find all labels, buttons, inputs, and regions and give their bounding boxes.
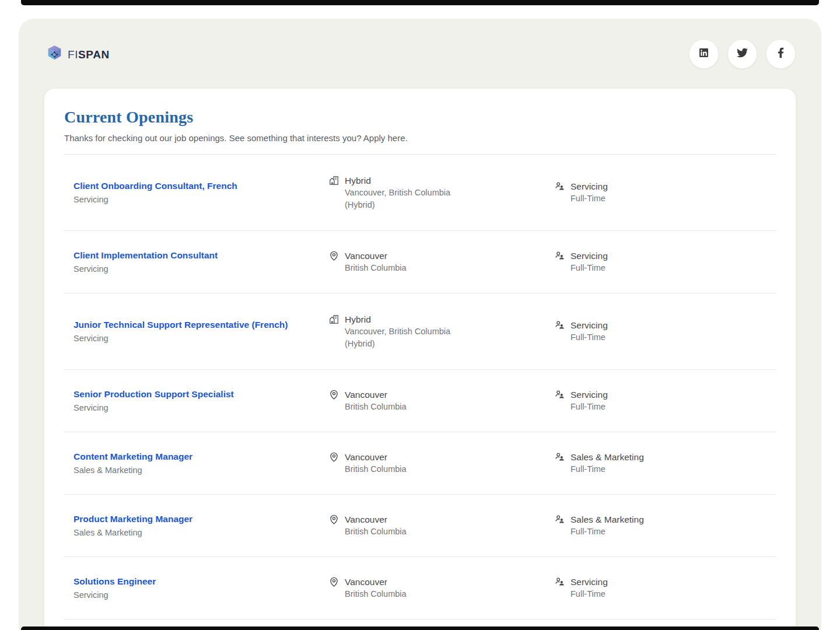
meta-secondary-text: Vancouver, British Columbia — [345, 187, 450, 199]
meta-secondary-text: British Columbia — [345, 526, 407, 538]
job-main-col: Solutions Engineer Servicing — [74, 576, 328, 601]
job-department-label: Sales & Marketing — [74, 527, 328, 538]
job-team: ServicingFull-Time — [554, 250, 776, 274]
meta-secondary-text: Full-Time — [570, 588, 608, 600]
job-row: Senior Production Support Specialist Ser… — [64, 370, 776, 432]
meta-primary-text: Vancouver — [345, 513, 407, 526]
job-team: ServicingFull-Time — [554, 319, 776, 344]
social-buttons — [689, 39, 796, 69]
job-row: Content Marketing Manager Sales & Market… — [64, 432, 776, 495]
meta-primary-text: Vancouver — [345, 250, 407, 262]
meta-secondary-text: Full-Time — [570, 401, 608, 413]
meta-secondary-text: British Columbia — [345, 463, 407, 475]
meta-primary-text: Hybrid — [345, 174, 450, 187]
job-main-col: Content Marketing Manager Sales & Market… — [74, 451, 328, 476]
hybrid-home-office-icon — [328, 314, 340, 325]
job-title-link[interactable]: Client Implementation Consultant — [74, 250, 218, 261]
job-main-col: Junior Technical Support Representative … — [74, 319, 328, 344]
job-team: Sales & MarketingFull-Time — [554, 513, 776, 538]
fispan-cube-icon — [46, 44, 64, 64]
job-row: Client Onboarding Consultant, French Ser… — [64, 155, 776, 231]
job-team: ServicingFull-Time — [554, 388, 776, 413]
team-people-icon — [554, 452, 565, 463]
meta-primary-text: Servicing — [570, 576, 608, 588]
job-row: Solutions Engineer Servicing VancouverBr… — [64, 557, 776, 620]
job-location: VancouverBritish Columbia — [328, 576, 554, 600]
job-row: Client Implementation Consultant Servici… — [64, 231, 776, 293]
meta-secondary-text: (Hybrid) — [345, 338, 450, 350]
meta-secondary-text: Full-Time — [570, 331, 608, 344]
meta-primary-text: Servicing — [570, 388, 608, 401]
page-title: Current Openings — [64, 108, 776, 127]
meta-secondary-text: Full-Time — [570, 192, 608, 205]
job-title-link[interactable]: Junior Technical Support Representative … — [74, 319, 288, 331]
job-location: VancouverBritish Columbia — [328, 513, 554, 538]
meta-secondary-text: British Columbia — [345, 401, 407, 413]
site-header: FISPAN — [19, 19, 821, 89]
page-surface: FISPAN Current Openings Thanks — [19, 19, 821, 630]
meta-secondary-text: Full-Time — [570, 463, 644, 475]
team-people-icon — [554, 181, 565, 192]
job-row: Junior Technical Support Representative … — [64, 293, 776, 370]
job-department-label: Sales & Marketing — [74, 465, 328, 476]
job-team: Sales & MarketingFull-Time — [554, 451, 776, 475]
job-title-link[interactable]: Solutions Engineer — [74, 576, 156, 587]
job-location: VancouverBritish Columbia — [328, 388, 554, 413]
page-subtitle: Thanks for checking out our job openings… — [64, 133, 776, 143]
window-frame-bottom-bar — [21, 626, 819, 630]
meta-primary-text: Sales & Marketing — [570, 451, 644, 463]
job-location: HybridVancouver, British Columbia(Hybrid… — [328, 313, 554, 350]
location-pin-icon — [328, 250, 340, 261]
location-pin-icon — [328, 389, 340, 400]
team-people-icon — [554, 250, 565, 261]
meta-primary-text: Sales & Marketing — [570, 513, 644, 526]
team-people-icon — [554, 576, 565, 587]
job-main-col: Senior Production Support Specialist Ser… — [74, 388, 328, 414]
meta-primary-text: Vancouver — [345, 451, 407, 463]
meta-primary-text: Hybrid — [345, 313, 450, 326]
meta-secondary-text: (Hybrid) — [345, 199, 450, 211]
job-title-link[interactable]: Product Marketing Manager — [74, 513, 192, 525]
window-frame-top-bar — [21, 0, 819, 5]
location-pin-icon — [328, 514, 340, 525]
job-title-link[interactable]: Senior Production Support Specialist — [74, 388, 234, 400]
team-people-icon — [554, 389, 565, 400]
job-title-link[interactable]: Content Marketing Manager — [74, 451, 192, 463]
meta-primary-text: Servicing — [570, 319, 608, 331]
job-department-label: Servicing — [74, 264, 328, 275]
job-main-col: Product Marketing Manager Sales & Market… — [74, 513, 328, 538]
team-people-icon — [554, 514, 565, 525]
job-location: HybridVancouver, British Columbia(Hybrid… — [328, 174, 554, 211]
job-department-label: Servicing — [74, 194, 328, 205]
facebook-icon — [778, 47, 784, 61]
job-department-label: Servicing — [74, 333, 328, 344]
location-pin-icon — [328, 576, 340, 587]
meta-primary-text: Vancouver — [345, 576, 407, 588]
facebook-button[interactable] — [766, 39, 796, 69]
twitter-icon — [737, 47, 748, 61]
job-location: VancouverBritish Columbia — [328, 250, 554, 274]
job-main-col: Client Onboarding Consultant, French Ser… — [74, 180, 328, 205]
meta-secondary-text: British Columbia — [345, 588, 407, 600]
location-pin-icon — [328, 452, 340, 463]
twitter-button[interactable] — [727, 39, 757, 69]
job-location: VancouverBritish Columbia — [328, 451, 554, 475]
linkedin-button[interactable] — [689, 39, 719, 69]
openings-card: Current Openings Thanks for checking out… — [44, 89, 796, 630]
job-row: Product Marketing Manager Sales & Market… — [64, 495, 776, 557]
meta-secondary-text: Full-Time — [570, 262, 608, 274]
fispan-logo-text: FISPAN — [68, 48, 110, 60]
hybrid-home-office-icon — [328, 175, 340, 186]
meta-secondary-text: British Columbia — [345, 262, 407, 274]
job-title-link[interactable]: Client Onboarding Consultant, French — [74, 180, 237, 192]
meta-primary-text: Vancouver — [345, 388, 407, 401]
job-department-label: Servicing — [74, 402, 328, 414]
meta-primary-text: Servicing — [570, 250, 608, 262]
meta-secondary-text: Vancouver, British Columbia — [345, 326, 450, 338]
job-main-col: Client Implementation Consultant Servici… — [74, 250, 328, 275]
openings-intro: Current Openings Thanks for checking out… — [64, 89, 776, 155]
fispan-logo[interactable]: FISPAN — [46, 44, 110, 64]
job-department-label: Servicing — [74, 590, 328, 601]
linkedin-icon — [699, 48, 709, 60]
job-list: Client Onboarding Consultant, French Ser… — [64, 155, 776, 630]
